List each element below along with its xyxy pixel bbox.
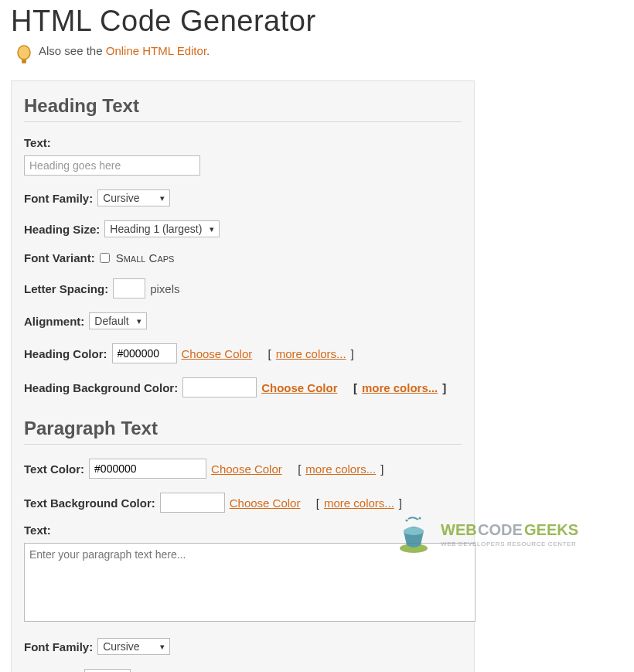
small-caps-checkbox[interactable] (100, 253, 110, 263)
heading-font-family-row: Font Family: Cursive (24, 189, 462, 206)
text-color-row: Text Color: Choose Color [more colors...… (24, 459, 462, 479)
heading-text-label: Text: (24, 136, 462, 149)
text-color-more-link[interactable]: more colors... (305, 462, 376, 476)
text-color-choose-link[interactable]: Choose Color (211, 462, 282, 476)
font-variant-label: Font Variant: (24, 251, 95, 264)
paragraph-text-row: Text: (24, 524, 462, 624)
svg-rect-1 (22, 60, 26, 63)
heading-text-input[interactable] (24, 155, 200, 176)
heading-bg-input[interactable] (182, 377, 257, 397)
heading-font-family-label: Font Family: (24, 192, 93, 205)
letter-spacing-input[interactable] (113, 278, 145, 298)
letter-spacing-label: Letter Spacing: (24, 282, 108, 295)
tip-suffix: . (206, 44, 210, 57)
bracket-close: ] (442, 381, 446, 394)
alignment-value: Default (94, 315, 128, 327)
paragraph-section-title: Paragraph Text (24, 418, 462, 445)
bracket-close: ] (380, 462, 383, 476)
tip-prefix: Also see the (39, 44, 106, 57)
text-bg-choose-link[interactable]: Choose Color (230, 496, 301, 510)
heading-size-value: Heading 1 (largest) (110, 223, 202, 235)
heading-font-family-select[interactable]: Cursive (97, 189, 170, 206)
svg-text:GEEKS: GEEKS (524, 521, 578, 538)
paragraph-font-family-label: Font Family: (24, 640, 93, 653)
text-bg-label: Text Background Color: (24, 496, 155, 510)
bracket-open: [ (268, 347, 271, 360)
heading-section-title: Heading Text (24, 95, 462, 122)
heading-size-select[interactable]: Heading 1 (largest) (104, 220, 220, 237)
paragraph-font-family-value: Cursive (103, 640, 139, 653)
paragraph-text-label: Text: (24, 524, 462, 537)
bracket-close: ] (399, 496, 402, 510)
heading-text-row: Text: (24, 136, 462, 176)
svg-point-0 (18, 46, 30, 60)
tip-row: Also see the Online HTML Editor. (15, 44, 623, 70)
font-size-row: Font Size: 14px (24, 669, 462, 672)
generator-panel: Heading Text Text: Font Family: Cursive … (11, 80, 475, 672)
text-bg-row: Text Background Color: Choose Color [mor… (24, 493, 462, 513)
heading-bg-label: Heading Background Color: (24, 381, 178, 394)
text-color-label: Text Color: (24, 462, 84, 476)
letter-spacing-row: Letter Spacing: pixels (24, 278, 462, 298)
heading-color-row: Heading Color: Choose Color [more colors… (24, 343, 462, 363)
bracket-open: [ (316, 496, 319, 510)
text-color-input[interactable] (89, 459, 206, 479)
alignment-label: Alignment: (24, 315, 84, 328)
alignment-select[interactable]: Default (89, 312, 146, 329)
svg-text:CODE: CODE (478, 521, 523, 538)
heading-bg-more-link[interactable]: more colors... (362, 381, 438, 394)
heading-font-family-value: Cursive (103, 192, 139, 204)
heading-color-label: Heading Color: (24, 347, 107, 360)
heading-size-label: Heading Size: (24, 223, 100, 236)
small-caps-option: Small Caps (116, 251, 175, 264)
online-editor-link[interactable]: Online HTML Editor (106, 44, 206, 57)
bracket-close: ] (351, 347, 354, 360)
heading-size-row: Heading Size: Heading 1 (largest) (24, 220, 462, 237)
page-title: HTML Code Generator (11, 5, 623, 38)
text-bg-more-link[interactable]: more colors... (324, 496, 394, 510)
heading-bg-row: Heading Background Color: Choose Color [… (24, 377, 462, 397)
text-bg-input[interactable] (160, 493, 225, 513)
tip-text: Also see the Online HTML Editor. (39, 44, 210, 57)
paragraph-text-input[interactable] (24, 543, 476, 622)
bracket-open: [ (298, 462, 301, 476)
alignment-row: Alignment: Default (24, 312, 462, 329)
heading-color-input[interactable] (112, 343, 177, 363)
font-variant-row: Font Variant: Small Caps (24, 251, 462, 264)
bracket-open: [ (353, 381, 357, 394)
paragraph-font-family-row: Font Family: Cursive (24, 638, 462, 655)
heading-color-more-link[interactable]: more colors... (276, 347, 346, 360)
paragraph-font-family-select[interactable]: Cursive (97, 638, 170, 655)
lightbulb-icon (15, 44, 32, 70)
font-size-select[interactable]: 14px (84, 669, 131, 672)
letter-spacing-unit: pixels (150, 282, 179, 295)
heading-bg-choose-link[interactable]: Choose Color (261, 381, 337, 394)
heading-color-choose-link[interactable]: Choose Color (182, 347, 253, 360)
